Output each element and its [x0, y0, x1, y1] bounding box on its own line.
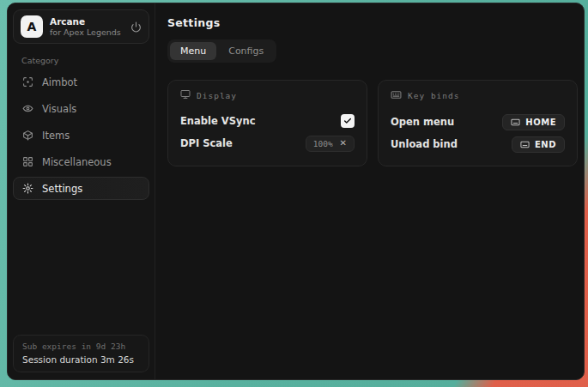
crosshair-icon	[22, 76, 33, 88]
dpi-scale-input[interactable]: 100% ✕	[306, 136, 355, 152]
power-icon[interactable]	[130, 21, 142, 33]
vsync-row: Enable VSync	[180, 110, 355, 132]
keyboard-icon	[391, 89, 402, 102]
unload-bind-keybind-button[interactable]: END	[512, 136, 565, 153]
unload-bind-label: Unload bind	[391, 138, 458, 150]
sidebar-spacer	[13, 200, 149, 335]
unload-bind-row: Unload bind END	[391, 133, 565, 155]
sidebar-item-visuals[interactable]: Visuals	[13, 97, 149, 120]
display-card-header: Display	[180, 89, 355, 101]
sidebar-item-label: Visuals	[42, 103, 76, 115]
eye-icon	[22, 103, 33, 114]
sidebar-item-miscellaneous[interactable]: Miscellaneous	[13, 150, 149, 173]
vsync-label: Enable VSync	[180, 115, 255, 127]
sidebar-item-items[interactable]: Items	[13, 124, 149, 147]
keybind-value: END	[535, 140, 556, 149]
subscription-box: Sub expires in 9d 23h Session duration 3…	[13, 335, 149, 372]
sidebar-item-label: Items	[42, 130, 70, 142]
sidebar-item-settings[interactable]: Settings	[13, 177, 149, 200]
open-menu-keybind-button[interactable]: HOME	[502, 114, 565, 130]
app-window: A Arcane for Apex Legends Category	[7, 3, 585, 380]
dpi-row: DPI Scale 100% ✕	[180, 132, 355, 154]
keyboard-icon	[520, 140, 530, 149]
dpi-value: 100%	[313, 139, 333, 148]
gear-icon	[22, 183, 33, 194]
display-card-title: Display	[197, 91, 237, 100]
sidebar-item-aimbot[interactable]: Aimbot	[13, 70, 149, 94]
session-duration-text: Session duration 3m 26s	[22, 354, 140, 365]
sidebar-item-label: Aimbot	[42, 76, 77, 88]
keybinds-card-header: Key binds	[391, 89, 565, 102]
check-icon	[343, 117, 352, 125]
sidebar: A Arcane for Apex Legends Category	[8, 3, 155, 379]
dpi-label: DPI Scale	[180, 137, 233, 149]
page-title: Settings	[167, 16, 578, 29]
logo-card: A Arcane for Apex Legends	[13, 9, 149, 44]
app-logo: A	[21, 15, 43, 38]
keybinds-card-title: Key binds	[408, 91, 459, 100]
settings-cards: Display Enable VSync DPI Scale 100% ✕	[167, 80, 578, 166]
sub-expires-text: Sub expires in 9d 23h	[22, 342, 140, 351]
grid-icon	[22, 156, 33, 167]
keybind-value: HOME	[525, 118, 556, 127]
open-menu-row: Open menu HOME	[391, 111, 565, 133]
clear-icon[interactable]: ✕	[340, 139, 347, 148]
logo-text: Arcane for Apex Legends	[50, 16, 124, 38]
sidebar-item-label: Miscellaneous	[42, 156, 112, 168]
tab-configs[interactable]: Configs	[218, 42, 274, 60]
keybinds-card: Key binds Open menu HOME Unload bin	[378, 80, 578, 166]
cube-icon	[22, 130, 33, 141]
monitor-icon	[180, 89, 191, 101]
open-menu-label: Open menu	[391, 116, 454, 128]
vsync-checkbox[interactable]	[341, 114, 355, 128]
tab-menu[interactable]: Menu	[170, 42, 216, 60]
app-title: Arcane	[50, 16, 124, 27]
keyboard-icon	[511, 118, 520, 127]
category-label: Category	[21, 56, 149, 65]
app-subtitle: for Apex Legends	[50, 27, 124, 38]
sidebar-item-label: Settings	[42, 183, 82, 195]
sidebar-nav: Aimbot Visuals Items	[13, 70, 149, 200]
display-card: Display Enable VSync DPI Scale 100% ✕	[167, 80, 367, 166]
tab-bar: Menu Configs	[167, 39, 276, 63]
main-content: Settings Menu Configs Display Enable VSy…	[155, 3, 585, 379]
